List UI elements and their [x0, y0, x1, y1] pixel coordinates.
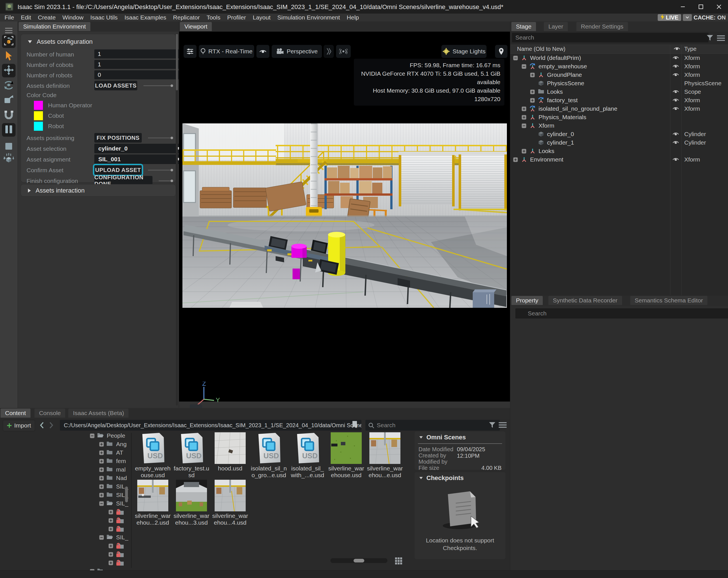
expander-plus[interactable] — [108, 527, 113, 531]
visibility-eye-icon[interactable] — [672, 131, 679, 137]
stage-tree-row[interactable]: empty_warehouseXform — [510, 62, 728, 71]
stage-tree-row[interactable]: Looks — [510, 147, 728, 155]
visibility-button[interactable] — [256, 45, 269, 58]
stage-tree-row[interactable]: factory_testXform — [510, 96, 728, 104]
tab-stage[interactable]: Stage — [512, 22, 536, 31]
menu-help[interactable]: Help — [343, 14, 362, 22]
expander-plus[interactable] — [108, 544, 113, 548]
stage-lights-button[interactable]: Stage Lights — [441, 45, 487, 58]
slider-dot[interactable] — [171, 169, 173, 172]
select-tool[interactable] — [2, 50, 16, 63]
folder-tree-row[interactable]: Nad — [0, 474, 130, 482]
folder-tree-row[interactable] — [0, 559, 130, 567]
visibility-eye-icon[interactable] — [672, 139, 679, 146]
visibility-eye-icon[interactable] — [672, 106, 679, 112]
tab-viewport[interactable]: Viewport — [180, 22, 212, 31]
menu-replicator[interactable]: Replicator — [170, 14, 203, 22]
expander-minus[interactable] — [522, 64, 526, 69]
expander-plus[interactable] — [99, 476, 104, 480]
folder-tree-row[interactable] — [0, 550, 130, 559]
menu-simulation-environment[interactable]: Simulation Environment — [274, 14, 343, 22]
tab-simulation-environment[interactable]: Simulation Environment — [19, 22, 90, 31]
folder-tree-row[interactable] — [0, 542, 130, 550]
bookmark-icon[interactable] — [352, 421, 358, 430]
stage-tree-row[interactable]: LooksScope — [510, 87, 728, 96]
close-button[interactable] — [710, 0, 728, 14]
viewport-settings-button[interactable] — [184, 45, 197, 58]
snap-tool[interactable] — [2, 108, 16, 122]
menu-isaac-utils[interactable]: Isaac Utils — [87, 14, 121, 22]
folder-tree-scrollbar-thumb[interactable] — [125, 487, 128, 502]
stage-options-icon[interactable] — [717, 35, 725, 42]
visibility-eye-icon[interactable] — [672, 72, 679, 78]
viewport-canvas[interactable]: RTX - Real-Time Perspective Stage Lights — [179, 32, 510, 401]
physics-tool[interactable] — [2, 152, 16, 165]
folder-tree-row[interactable]: SIL_ — [0, 533, 130, 542]
expander-plus[interactable] — [99, 450, 104, 455]
slider-dot[interactable] — [171, 137, 173, 139]
scale-tool[interactable] — [2, 93, 16, 107]
renderer-button[interactable]: RTX - Real-Time — [199, 45, 254, 58]
stage-tree-row[interactable]: cylinder_1Cylinder — [510, 138, 728, 147]
camera-button[interactable]: Perspective — [272, 45, 322, 58]
menu-layout[interactable]: Layout — [249, 14, 274, 22]
button-upload-asset[interactable]: UPLOAD ASSET — [94, 165, 142, 175]
expander-plus[interactable] — [99, 442, 104, 447]
file-item[interactable]: USDisolated_sil_no_gro...e.usd — [251, 432, 287, 479]
visibility-eye-icon[interactable] — [672, 97, 679, 103]
folder-tree-row[interactable]: People — [0, 432, 130, 440]
maximize-button[interactable] — [692, 0, 710, 14]
file-item[interactable]: USDfactory_test.usd — [173, 432, 210, 479]
stage-tree-row[interactable]: Xform — [510, 122, 728, 130]
visibility-eye-icon[interactable] — [672, 63, 679, 70]
expander-plus[interactable] — [99, 467, 104, 472]
property-search-input[interactable] — [515, 308, 728, 318]
file-item[interactable]: silverline_warehou...4.usd — [212, 480, 249, 526]
folder-tree-row[interactable]: fem — [0, 457, 130, 466]
stage-tree-row[interactable]: isolated_sil_no_ground_planeXform — [510, 104, 728, 113]
expander-minus[interactable] — [99, 535, 104, 540]
thumbnail-size-slider-handle[interactable] — [354, 559, 364, 562]
expander-minus[interactable] — [90, 434, 95, 438]
folder-tree-row[interactable]: AT — [0, 449, 130, 457]
stage-tree-row[interactable]: cylinder_0Cylinder — [510, 130, 728, 138]
input-number-of-robots[interactable] — [94, 70, 179, 79]
rotate-tool[interactable] — [2, 79, 16, 93]
folder-tree-row[interactable] — [0, 508, 130, 517]
folder-tree-row[interactable] — [0, 525, 130, 533]
content-options-icon[interactable] — [499, 422, 506, 429]
sim-panel-scrollbar-thumb[interactable] — [176, 34, 178, 90]
forward-button[interactable] — [49, 422, 54, 430]
menu-create[interactable]: Create — [34, 14, 59, 22]
path-field[interactable]: C:/Users/Angela/Desktop/User_Extensions/… — [60, 420, 361, 430]
waypoint-button[interactable] — [336, 45, 351, 58]
folder-info-header[interactable]: Omni Scenes — [419, 434, 466, 441]
live-button[interactable]: LIVE — [658, 14, 681, 21]
expander-plus[interactable] — [522, 149, 526, 154]
menu-file[interactable]: File — [1, 14, 18, 22]
expander-plus[interactable] — [530, 73, 535, 77]
file-item[interactable]: USDisolated_sil_with_...e.usd — [289, 432, 326, 479]
stage-tree-row[interactable]: EnvironmentXform — [510, 155, 728, 164]
folder-tree-row[interactable]: mal — [0, 466, 130, 474]
stage-tree-row[interactable]: World (defaultPrim)Xform — [510, 54, 728, 62]
file-item[interactable]: silverline_warehou...e.usd — [367, 432, 403, 479]
menu-edit[interactable]: Edit — [18, 14, 34, 22]
file-item[interactable]: USDempty_warehouse.usd — [134, 432, 171, 479]
menu-window[interactable]: Window — [59, 14, 87, 22]
file-item[interactable]: silverline_warehou...2.usd — [134, 480, 171, 526]
tab-isaac-assets-beta-[interactable]: Isaac Assets (Beta) — [68, 409, 129, 418]
back-button[interactable] — [39, 422, 45, 430]
slider-dot[interactable] — [171, 180, 173, 182]
tab-layer[interactable]: Layer — [544, 22, 568, 31]
visibility-eye-icon[interactable] — [672, 156, 679, 163]
file-item[interactable]: hood.usd — [212, 432, 249, 472]
file-item[interactable]: silverline_warehou...3.usd — [173, 480, 210, 526]
assets-interaction-header[interactable]: Assets interaction — [28, 187, 85, 194]
visibility-eye-icon[interactable] — [672, 55, 679, 61]
stop-button[interactable] — [2, 140, 16, 154]
tab-property[interactable]: Property — [512, 296, 543, 305]
move-tool[interactable] — [2, 64, 16, 77]
light-placer-button[interactable] — [495, 45, 508, 58]
menu-profiler[interactable]: Profiler — [224, 14, 249, 22]
